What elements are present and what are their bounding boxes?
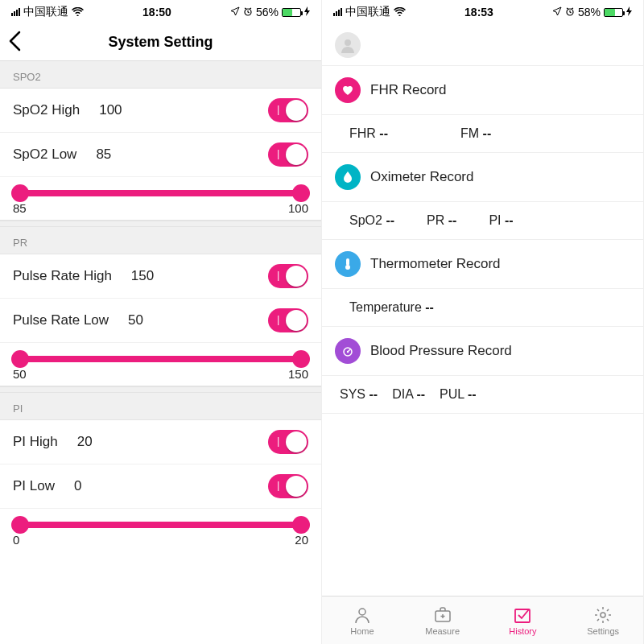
location-icon	[230, 6, 240, 19]
dia-label: DIA	[392, 387, 413, 401]
page-title: System Setting	[108, 34, 213, 51]
pr-slider-thumb-high[interactable]	[292, 350, 310, 368]
clock: 18:53	[464, 6, 493, 19]
svg-point-4	[345, 265, 350, 270]
fhr-value: --	[379, 126, 388, 140]
spo2-low-value: 85	[96, 147, 111, 163]
spo2-range-slider[interactable]	[18, 190, 303, 196]
tab-bar: Home Measure History Settings	[322, 596, 643, 644]
fhr-label: FHR	[349, 126, 376, 140]
spo2-section-header: SPO2	[0, 61, 321, 89]
nav-header: System Setting	[0, 24, 321, 61]
droplet-icon	[335, 164, 361, 190]
tab-measure[interactable]: Measure	[402, 597, 483, 644]
therm-values-row: Temperature --	[322, 289, 643, 327]
oxi-record-header[interactable]: Oximeter Record	[322, 153, 643, 202]
pr-section-header: PR	[0, 227, 321, 254]
pr-value: --	[448, 213, 457, 227]
settings-screen: 中国联通 18:50 56% System Setting SPO2	[0, 0, 322, 644]
gear-icon	[593, 605, 613, 625]
tab-history[interactable]: History	[483, 597, 564, 644]
pr-low-toggle[interactable]	[268, 308, 308, 332]
pi-high-row: PI High 20	[0, 420, 321, 464]
spo2-low-label: SpO2 Low	[13, 147, 76, 163]
history-screen: 中国联通 18:53 58% FHR Re	[322, 0, 644, 644]
checkbox-icon	[513, 605, 532, 625]
alarm-icon	[565, 6, 575, 19]
pi-label: PI	[489, 213, 501, 227]
pr-slider-thumb-low[interactable]	[11, 350, 29, 368]
pi-high-toggle[interactable]	[268, 430, 308, 454]
tab-history-label: History	[509, 626, 536, 636]
pi-range-slider[interactable]	[18, 522, 303, 528]
pr-slider-wrap: 50 150	[0, 343, 321, 386]
pi-low-row: PI Low 0	[0, 464, 321, 509]
spo2-slider-wrap: 85 100	[0, 177, 321, 221]
pi-section-header: PI	[0, 393, 321, 420]
pi-slider-thumb-low[interactable]	[11, 516, 29, 534]
carrier-label: 中国联通	[23, 5, 68, 19]
pi-low-label: PI Low	[13, 478, 55, 494]
person-icon	[353, 605, 372, 625]
tab-home-label: Home	[350, 626, 374, 636]
sys-value: --	[369, 387, 378, 401]
tab-settings-label: Settings	[587, 626, 619, 636]
pi-high-value: 20	[77, 434, 93, 450]
wifi-icon	[394, 6, 406, 19]
svg-point-10	[601, 613, 605, 617]
battery-text: 58%	[578, 6, 601, 19]
spo2-value: --	[386, 213, 394, 227]
pi-slider-thumb-high[interactable]	[292, 516, 310, 534]
pul-label: PUL	[440, 387, 464, 401]
spo2-low-toggle[interactable]	[268, 142, 308, 167]
pr-range-slider[interactable]	[18, 356, 303, 362]
temperature-value: --	[425, 300, 434, 314]
pr-high-row: Pulse Rate High 150	[0, 254, 321, 299]
bp-values-row: SYS -- DIA -- PUL --	[322, 376, 643, 414]
pi-value: --	[505, 213, 514, 227]
pr-low-label: Pulse Rate Low	[13, 312, 109, 328]
pi-low-toggle[interactable]	[268, 474, 308, 498]
carrier-label: 中国联通	[345, 5, 390, 19]
status-bar: 中国联通 18:53 58%	[322, 0, 643, 24]
spo2-range-min: 85	[13, 201, 27, 215]
pi-slider-wrap: 0 20	[0, 509, 321, 551]
therm-record-header[interactable]: Thermometer Record	[322, 240, 643, 289]
wifi-icon	[72, 6, 84, 19]
tab-settings[interactable]: Settings	[563, 597, 643, 644]
medkit-icon	[433, 605, 452, 625]
pr-range-min: 50	[13, 367, 27, 381]
dia-value: --	[416, 387, 425, 401]
fm-value: --	[483, 126, 492, 140]
svg-point-7	[359, 609, 365, 615]
spo2-slider-thumb-low[interactable]	[11, 184, 29, 202]
pi-low-value: 0	[74, 478, 81, 494]
spo2-slider-thumb-high[interactable]	[292, 184, 310, 202]
pi-range-max: 20	[295, 533, 308, 547]
pr-range-max: 150	[288, 367, 308, 381]
pr-high-toggle[interactable]	[268, 264, 308, 288]
tab-measure-label: Measure	[425, 626, 460, 636]
sys-label: SYS	[340, 387, 365, 401]
back-button[interactable]	[8, 31, 21, 57]
pi-high-label: PI High	[13, 434, 58, 450]
charging-icon	[304, 6, 310, 19]
fhr-values-row: FHR -- FM --	[322, 115, 643, 153]
tab-home[interactable]: Home	[322, 597, 402, 644]
gauge-icon	[335, 338, 361, 364]
bp-record-title: Blood Pressure Record	[370, 343, 512, 359]
svg-rect-3	[346, 258, 349, 266]
oxi-values-row: SpO2 -- PR -- PI --	[322, 202, 643, 240]
fm-label: FM	[460, 126, 479, 140]
signal-bars-icon	[333, 8, 342, 16]
pul-value: --	[468, 387, 477, 401]
location-icon	[552, 6, 562, 19]
battery-icon	[282, 8, 301, 17]
bp-record-header[interactable]: Blood Pressure Record	[322, 327, 643, 376]
svg-point-2	[345, 39, 351, 46]
fhr-record-header[interactable]: FHR Record	[322, 66, 643, 115]
spo2-high-label: SpO2 High	[13, 102, 80, 118]
pr-low-value: 50	[128, 312, 143, 328]
spo2-high-toggle[interactable]	[268, 98, 308, 122]
profile-row[interactable]	[322, 24, 643, 66]
